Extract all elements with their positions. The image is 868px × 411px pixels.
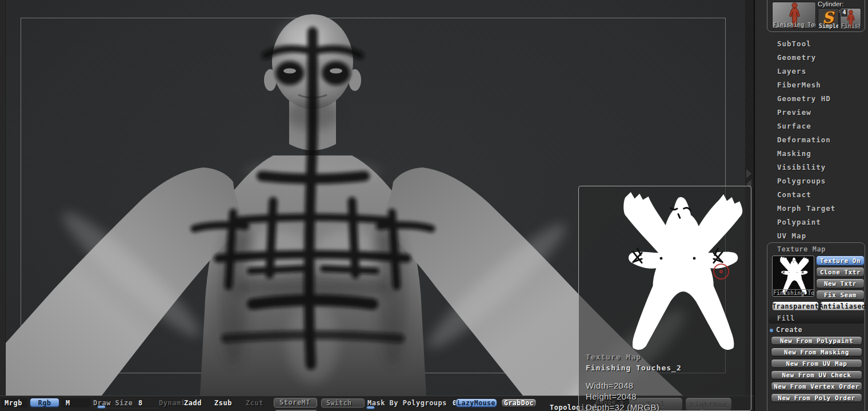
texture-map-thumbnail[interactable]: Finishing Tou [772,256,814,297]
fill-subsection-bar[interactable]: Fill [769,313,864,324]
popup-height-info: Height=2048 [586,392,637,401]
tool-sidebar: Finishing Touches Cylinder: PolyMes S Si… [755,0,868,411]
sidebar-item-morph-target[interactable]: Morph Target [777,204,835,213]
antialiased-button[interactable]: Antialiased [820,301,865,311]
create-label[interactable]: Create [776,326,802,334]
zsub-button[interactable]: Zsub [214,399,232,407]
mask-by-polygroups-slider-thumb[interactable] [366,406,375,409]
sidebar-item-geometry[interactable]: Geometry [777,53,816,62]
rgb-button[interactable]: Rgb [30,398,59,408]
new-from-polypaint-button[interactable]: New From Polypaint [771,336,862,345]
brush-cursor-icon [713,264,729,280]
fix-seam-button[interactable]: Fix Seam [816,290,865,300]
sidebar-item-geometry-hd[interactable]: Geometry HD [777,94,831,103]
brush-cursor-center-icon [719,270,723,273]
transparent-button[interactable]: Transparent [772,301,819,311]
zadd-button[interactable]: Zadd [184,399,202,407]
sidebar-item-layers[interactable]: Layers [777,67,806,75]
active-tool-thumbnail[interactable]: Finishing Touches [772,2,816,29]
popup-depth-info: Depth=32 (MRGB) [586,402,659,411]
new-from-poly-order-button[interactable]: New From Poly Order [771,393,862,402]
draw-size-slider-thumb[interactable] [97,405,106,409]
new-txtr-button[interactable]: New Txtr [816,278,865,289]
create-bullet [770,329,773,332]
sidebar-item-visibility[interactable]: Visibility [777,163,826,171]
new-from-uv-map-button[interactable]: New From UV Map [771,359,862,368]
texture-on-button[interactable]: Texture On [816,256,865,266]
zcut-button[interactable]: Zcut [246,399,263,407]
active-tool-label: Finishing Touches [773,22,815,28]
new-from-masking-button[interactable]: New From Masking [771,348,862,357]
switch-button[interactable]: Switch [321,398,365,408]
mask-by-polygroups-label: Mask By Polygroups [367,399,447,407]
texture-thumbnail[interactable]: 4 Finishing [840,8,861,30]
texture-thumb-label: Finishing [841,23,861,29]
sidebar-item-subtool[interactable]: SubTool [777,39,811,48]
draw-size-value: 8 [138,399,143,407]
brush-thumbnail[interactable]: S SimpleBr [818,8,839,30]
sidebar-item-masking[interactable]: Masking [777,149,811,158]
m-button[interactable]: M [61,398,91,408]
grabdoc-button[interactable]: GrabDoc [501,398,537,408]
mrgb-button[interactable]: Mrgb [1,398,27,408]
lazymouse-button[interactable]: LazyMouse [455,398,497,408]
sidebar-item-uv-map[interactable]: UV Map [777,232,806,240]
tray-collapse-handle[interactable] [746,169,751,178]
popup-title: Texture Map [586,353,641,361]
fill-label: Fill [777,314,795,322]
popup-texture-name: Finishing Touches_2 [586,364,682,372]
sidebar-item-preview[interactable]: Preview [777,108,811,117]
texture-map-panel-title[interactable]: Texture Map [777,245,826,253]
sidebar-item-polypaint[interactable]: Polypaint [777,218,821,226]
sidebar-item-surface[interactable]: Surface [777,122,811,130]
new-from-vertex-order-button[interactable]: New From Vertex Order [771,382,862,391]
texture-map-thumb-label: Finishing Tou [773,289,814,296]
brush-thumb-label: SimpleBr [819,23,838,29]
texture-thumb-badge: 4 [841,9,847,17]
texture-preview-popup: Texture Map Finishing Touches_2 Width=20… [578,186,751,411]
sidebar-item-deformation[interactable]: Deformation [777,135,831,144]
store-mt-button[interactable]: StoreMT [274,398,317,408]
popup-width-info: Width=2048 [586,381,633,390]
new-from-uv-check-button[interactable]: New From UV Check [771,370,862,380]
clone-txtr-button[interactable]: Clone Txtr [816,267,865,277]
zbrush-window: Finishing Touches Cylinder: PolyMes S Si… [0,0,868,411]
sidebar-item-polygroups[interactable]: Polygroups [777,177,826,185]
sidebar-item-fibermesh[interactable]: FiberMesh [777,81,821,89]
left-edge-strip [0,0,6,396]
sidebar-item-contact[interactable]: Contact [777,190,811,199]
